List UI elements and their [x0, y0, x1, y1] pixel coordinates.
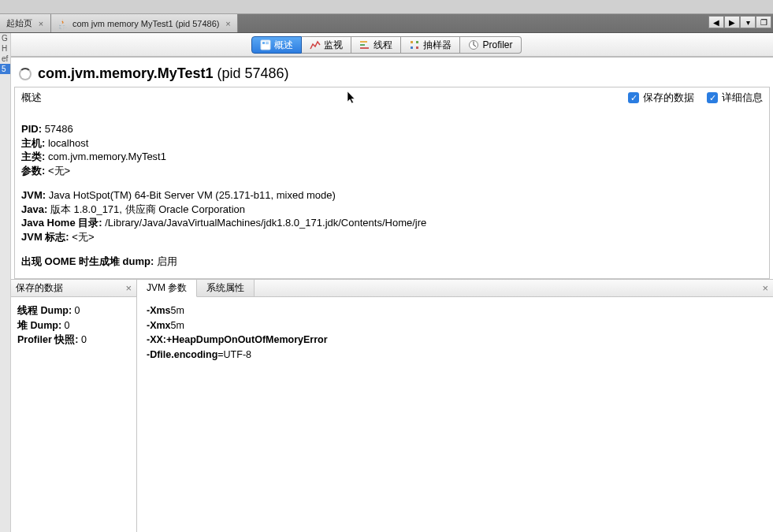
svg-rect-7	[411, 41, 413, 43]
detail-checkbox[interactable]: ✓ 详细信息	[707, 91, 763, 105]
saved-data-title: 保存的数据	[16, 281, 63, 295]
tab-label: JVM 参数	[147, 281, 187, 295]
svg-rect-2	[266, 42, 269, 43]
mainclass-value: com.jvm.memory.MyTest1	[48, 151, 166, 162]
view-toolbar: 概述 监视 线程 抽样器	[0, 33, 773, 57]
view-segmented-control: 概述 监视 线程 抽样器	[251, 36, 521, 54]
tab-system-properties[interactable]: 系统属性	[197, 280, 255, 296]
tab-monitor[interactable]: 监视	[302, 36, 351, 54]
tab-sampler[interactable]: 抽样器	[401, 36, 460, 54]
gutter-text: H	[0, 43, 10, 54]
saved-data-panel: 保存的数据 × 线程 Dump: 0 堆 Dump: 0 Profiler 快照…	[11, 280, 137, 532]
close-icon[interactable]: ×	[223, 19, 232, 28]
overview-title: 概述	[21, 91, 42, 105]
bottom-panels: 保存的数据 × 线程 Dump: 0 堆 Dump: 0 Profiler 快照…	[11, 279, 773, 532]
svg-rect-10	[416, 47, 418, 49]
jvm-arg: -Dfile.encoding	[147, 349, 217, 360]
gutter-text: ef	[0, 54, 10, 64]
info-block: PID: 57486 主机: localhost 主类: com.jvm.mem…	[15, 108, 769, 278]
svg-rect-1	[262, 42, 265, 44]
tab-label: 系统属性	[206, 281, 244, 295]
gutter-text: 5	[0, 64, 10, 74]
jvm-value: Java HotSpot(TM) 64-Bit Server VM (25.17…	[49, 189, 336, 201]
jvmflags-value: <无>	[72, 231, 94, 243]
window-controls: ◀ ▶ ▾ ❐	[708, 16, 771, 28]
svg-rect-6	[360, 47, 369, 49]
tab-profiler[interactable]: Profiler	[460, 36, 521, 54]
thread-dump-value: 0	[75, 305, 80, 316]
oome-value: 启用	[157, 255, 177, 267]
host-label: 主机:	[21, 137, 45, 149]
profiler-snap-label: Profiler 快照:	[17, 334, 78, 345]
oome-label: 出现 OOME 时生成堆 dump:	[21, 255, 154, 267]
tab-threads[interactable]: 线程	[351, 36, 401, 54]
checkbox-label: 保存的数据	[643, 91, 694, 105]
content-area: com.jvm.memory.MyTest1 (pid 57486) 概述 ✓ …	[11, 57, 773, 532]
args-label: 参数:	[21, 165, 45, 177]
gutter-text: G	[0, 33, 10, 43]
window-dropdown-button[interactable]: ▾	[740, 16, 756, 28]
jvm-arg: -Xmx	[147, 320, 171, 331]
java-label: Java:	[21, 203, 47, 215]
close-icon[interactable]: ×	[125, 282, 132, 294]
checkmark-icon: ✓	[628, 92, 639, 103]
segbtn-label: 概述	[274, 39, 293, 52]
monitor-icon	[310, 39, 321, 50]
args-value: <无>	[48, 165, 70, 177]
window-maximize-button[interactable]: ❐	[756, 16, 771, 28]
svg-rect-9	[411, 47, 413, 49]
pid-label: PID:	[21, 123, 42, 135]
heap-dump-value: 0	[65, 320, 70, 331]
jvm-args-body: -Xms5m -Xmx5m -XX:+HeapDumpOnOutOfMemory…	[137, 297, 773, 369]
javahome-value: /Library/Java/JavaVirtualMachines/jdk1.8…	[105, 217, 426, 229]
overview-panel: 概述 ✓ 保存的数据 ✓ 详细信息 PID: 57486 主机: localho…	[14, 87, 770, 279]
thread-dump-label: 线程 Dump:	[17, 305, 72, 316]
tab-start-page[interactable]: 起始页 ×	[0, 14, 51, 32]
pid-value: 57486	[45, 123, 73, 135]
java-value: 版本 1.8.0_171, 供应商 Oracle Corporation	[50, 203, 245, 215]
checkbox-label: 详细信息	[722, 91, 763, 105]
threads-icon	[359, 39, 370, 50]
document-tabstrip: 起始页 × com jvm memory MyTest1 (pid 57486)…	[0, 14, 773, 33]
tab-overview[interactable]: 概述	[251, 36, 302, 54]
jvm-arg-value: 5m	[171, 305, 184, 316]
saved-data-body: 线程 Dump: 0 堆 Dump: 0 Profiler 快照: 0	[11, 297, 136, 354]
svg-rect-4	[360, 41, 367, 43]
tab-jvm-args[interactable]: JVM 参数	[137, 280, 197, 297]
svg-rect-5	[360, 44, 365, 46]
svg-rect-0	[261, 40, 270, 50]
jvmflags-label: JVM 标志:	[21, 231, 69, 243]
page-title: com.jvm.memory.MyTest1 (pid 57486)	[38, 65, 289, 82]
profiler-icon	[468, 39, 479, 50]
checkmark-icon: ✓	[707, 92, 718, 103]
heap-dump-label: 堆 Dump:	[17, 320, 61, 331]
segbtn-label: 抽样器	[423, 39, 452, 52]
sampler-icon	[409, 39, 420, 50]
mainclass-label: 主类:	[21, 151, 45, 162]
page-heading: com.jvm.memory.MyTest1 (pid 57486)	[11, 58, 773, 87]
window-topbar	[0, 0, 773, 14]
window-prev-button[interactable]: ◀	[708, 16, 724, 28]
javahome-label: Java Home 目录:	[21, 217, 102, 229]
jvm-label: JVM:	[21, 189, 46, 201]
saved-data-checkbox[interactable]: ✓ 保存的数据	[628, 91, 694, 105]
close-icon[interactable]: ×	[762, 282, 768, 294]
host-value: localhost	[48, 137, 88, 149]
java-icon	[58, 18, 69, 29]
tab-label: com jvm memory MyTest1 (pid 57486)	[72, 19, 219, 28]
jvm-arg-value: 5m	[171, 320, 184, 331]
jvm-arg-value: =UTF-8	[217, 349, 251, 360]
window-next-button[interactable]: ▶	[724, 16, 740, 28]
overview-icon	[260, 39, 271, 50]
heading-pid: (pid 57486)	[213, 65, 288, 81]
jvm-arg: -Xms	[147, 305, 171, 316]
tab-process[interactable]: com jvm memory MyTest1 (pid 57486) ×	[51, 14, 238, 32]
close-icon[interactable]: ×	[36, 19, 46, 28]
saved-data-header: 保存的数据 ×	[11, 280, 136, 297]
segbtn-label: Profiler	[482, 39, 512, 50]
overview-header: 概述 ✓ 保存的数据 ✓ 详细信息	[15, 87, 769, 108]
loading-spinner-icon	[19, 68, 32, 80]
svg-rect-3	[266, 43, 269, 44]
jvm-arg: -XX:+HeapDumpOnOutOfMemoryError	[147, 334, 328, 345]
tab-label: 起始页	[6, 17, 32, 29]
